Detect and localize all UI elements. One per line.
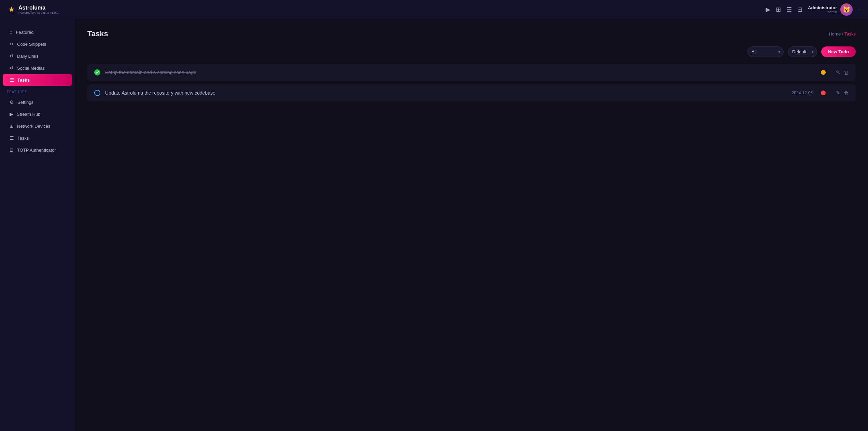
sidebar-item-social-medias[interactable]: ↺ Social Medias xyxy=(3,62,72,74)
video-icon[interactable]: ▶ xyxy=(766,6,770,13)
table-row: Setup the domain and a coming soon page … xyxy=(87,64,856,81)
features-section-label: Features xyxy=(0,86,75,96)
edit-icon[interactable]: ✎ xyxy=(836,90,840,96)
avatar-emoji: 😺 xyxy=(843,6,850,13)
scissors-icon: ✂ xyxy=(10,41,14,47)
sidebar-item-tasks[interactable]: ☰ Tasks xyxy=(3,74,72,86)
gear-icon: ⚙ xyxy=(10,99,14,105)
sidebar-item-label: Stream Hub xyxy=(17,112,40,117)
breadcrumb: Home / Tasks xyxy=(829,31,856,37)
display-icon[interactable]: ⊞ xyxy=(776,6,781,13)
new-todo-button[interactable]: New Todo xyxy=(821,46,856,57)
social-icon: ↺ xyxy=(10,65,14,71)
sidebar-item-totp-auth[interactable]: ⊟ TOTP Authenticator xyxy=(3,144,72,156)
app-title: Astroluma xyxy=(18,4,58,11)
task-text: Setup the domain and a coming soon page xyxy=(105,70,808,75)
task-priority-dot xyxy=(821,91,826,95)
delete-icon[interactable]: 🗑 xyxy=(844,90,849,96)
task-date: 2024-12-06 xyxy=(792,91,813,95)
network-icon: ⊞ xyxy=(10,123,14,129)
stream-icon: ▶ xyxy=(10,111,13,117)
task-actions: ✎ 🗑 xyxy=(836,90,849,96)
sidebar-nav-items: ⌂ Featured ✂ Code Snippets ↺ Daily Links… xyxy=(0,26,75,86)
sidebar-item-label: Daily Links xyxy=(17,54,39,59)
avatar[interactable]: 😺 xyxy=(840,3,853,16)
page-header: Tasks Home / Tasks xyxy=(87,29,856,38)
sidebar-item-label: Featured xyxy=(16,30,33,35)
sidebar-item-label: Code Snippets xyxy=(17,42,46,47)
sort-filter-wrapper: Default Date Priority xyxy=(788,46,817,57)
sidebar-item-network-devices[interactable]: ⊞ Network Devices xyxy=(3,120,72,132)
breadcrumb-home: Home / xyxy=(829,31,843,37)
chevron-right-icon[interactable]: › xyxy=(858,7,860,12)
totp-icon: ⊟ xyxy=(10,147,14,153)
sidebar-features-items: ⚙ Settings ▶ Stream Hub ⊞ Network Device… xyxy=(0,96,75,156)
user-info: Administrator admin 😺 xyxy=(808,3,853,16)
task-priority-dot xyxy=(821,70,826,75)
sort-filter[interactable]: Default Date Priority xyxy=(788,46,817,57)
user-role: admin xyxy=(808,10,837,14)
sidebar-item-label: Settings xyxy=(17,100,33,105)
topnav-logo: ★ Astroluma Powered by Astroluma v1.0.0 xyxy=(8,4,58,14)
sidebar-item-code-snippets[interactable]: ✂ Code Snippets xyxy=(3,38,72,50)
sidebar-item-label: Tasks xyxy=(17,136,29,141)
sidebar: ⌂ Featured ✂ Code Snippets ↺ Daily Links… xyxy=(0,19,75,431)
sidebar-item-label: Social Medias xyxy=(17,66,45,71)
list-icon[interactable]: ☰ xyxy=(786,6,792,13)
breadcrumb-current: Tasks xyxy=(844,31,856,37)
filters-row: All Pending Completed Default Date Prior… xyxy=(87,46,856,57)
topnav: ★ Astroluma Powered by Astroluma v1.0.0 … xyxy=(0,0,868,19)
main-content: Tasks Home / Tasks All Pending Completed… xyxy=(75,19,868,431)
sidebar-item-settings[interactable]: ⚙ Settings xyxy=(3,96,72,108)
tasks-icon: ☰ xyxy=(10,77,14,83)
logo-star-icon: ★ xyxy=(8,5,15,14)
sidebar-item-stream-hub[interactable]: ▶ Stream Hub xyxy=(3,108,72,120)
status-filter-wrapper: All Pending Completed xyxy=(747,46,784,57)
delete-icon[interactable]: 🗑 xyxy=(844,70,849,75)
page-title: Tasks xyxy=(87,29,108,38)
user-text: Administrator admin xyxy=(808,5,837,14)
task-list: Setup the domain and a coming soon page … xyxy=(87,64,856,101)
status-filter[interactable]: All Pending Completed xyxy=(747,46,784,57)
app-subtitle: Powered by Astroluma v1.0.0 xyxy=(18,11,58,14)
sidebar-item-label: TOTP Authenticator xyxy=(17,148,56,153)
table-row: Update Astroluma the repository with new… xyxy=(87,84,856,101)
sidebar-item-featured[interactable]: ⌂ Featured xyxy=(3,26,72,38)
logo-text: Astroluma Powered by Astroluma v1.0.0 xyxy=(18,4,58,14)
list-icon: ☰ xyxy=(10,135,14,141)
home-icon: ⌂ xyxy=(10,29,12,35)
sidebar-item-label: Tasks xyxy=(17,78,30,83)
topnav-right: ▶ ⊞ ☰ ⊟ Administrator admin 😺 › xyxy=(766,3,860,16)
task-actions: ✎ 🗑 xyxy=(836,69,849,75)
layout: ⌂ Featured ✂ Code Snippets ↺ Daily Links… xyxy=(0,19,868,431)
link-icon: ↺ xyxy=(10,53,14,59)
sidebar-item-tasks-feat[interactable]: ☰ Tasks xyxy=(3,132,72,144)
task-checkbox[interactable] xyxy=(94,69,100,75)
task-checkbox[interactable] xyxy=(94,90,100,96)
user-name: Administrator xyxy=(808,5,837,10)
edit-icon[interactable]: ✎ xyxy=(836,69,840,75)
task-text: Update Astroluma the repository with new… xyxy=(105,90,787,96)
sidebar-item-label: Network Devices xyxy=(17,124,51,129)
sidebar-item-daily-links[interactable]: ↺ Daily Links xyxy=(3,50,72,62)
qr-icon[interactable]: ⊟ xyxy=(797,6,802,13)
